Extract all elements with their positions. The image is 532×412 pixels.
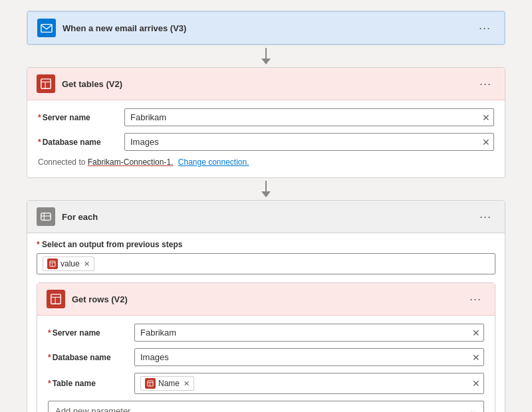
get-tables-server-input[interactable]: [124, 108, 494, 126]
for-each-title: For each: [62, 212, 469, 222]
select-output-field[interactable]: value ✕: [37, 253, 495, 274]
name-token-table-icon: [147, 380, 154, 387]
get-rows-icon: [47, 290, 65, 308]
gr-table-star: *: [48, 379, 51, 388]
get-tables-db-label: *Database name: [38, 138, 118, 147]
get-tables-server-row: *Server name ✕: [38, 108, 494, 126]
table-icon: [40, 78, 52, 90]
get-rows-db-clear[interactable]: ✕: [472, 352, 480, 363]
get-rows-card: Get rows (V2) ··· *Server name ✕: [37, 282, 495, 412]
get-rows-table-clear[interactable]: ✕: [472, 378, 480, 389]
get-rows-server-input[interactable]: [134, 324, 484, 342]
loop-icon: [40, 211, 52, 223]
arrow-2: [261, 178, 271, 200]
for-each-header: For each ···: [27, 201, 505, 233]
gr-server-star: *: [48, 328, 51, 338]
gr-db-star: *: [48, 353, 51, 362]
trigger-header: When a new email arrives (V3) ···: [27, 11, 505, 45]
arrow-line-1: [265, 48, 267, 58]
svg-rect-13: [148, 381, 153, 386]
arrow-1: [261, 45, 271, 67]
svg-rect-4: [41, 213, 51, 221]
get-tables-db-input[interactable]: [124, 133, 494, 151]
arrow-line-2: [265, 181, 267, 191]
get-rows-server-input-wrap: ✕: [134, 324, 484, 342]
select-output-label: * Select an output from previous steps: [37, 240, 495, 249]
get-rows-server-label: *Server name: [48, 328, 128, 338]
get-tables-icon: [37, 74, 55, 93]
get-tables-server-input-wrap: ✕: [124, 108, 494, 126]
get-tables-connection-row: Connected to Fabrikam-Connection-1. Chan…: [38, 157, 494, 168]
select-required-star: *: [37, 240, 40, 249]
for-each-card: For each ··· * Select an output from pre…: [27, 200, 505, 412]
svg-rect-10: [51, 294, 61, 304]
trigger-icon: [37, 19, 56, 37]
token-table-icon: [49, 260, 56, 267]
get-tables-card: Get tables (V2) ··· *Server name ✕ *Data…: [27, 67, 505, 178]
trigger-title: When a new email arrives (V3): [63, 23, 468, 33]
svg-rect-7: [50, 261, 55, 266]
get-tables-body: *Server name ✕ *Database name ✕ Con: [27, 100, 505, 177]
email-icon: [41, 22, 53, 34]
get-rows-server-row: *Server name ✕: [48, 324, 484, 342]
chevron-down-icon: ⌄: [469, 405, 477, 412]
add-new-param-label: Add new parameter: [55, 406, 130, 413]
select-output-section: * Select an output from previous steps v…: [37, 240, 495, 274]
svg-rect-0: [41, 25, 52, 33]
name-token: Name ✕: [140, 376, 194, 391]
add-new-param-btn[interactable]: Add new parameter ⌄: [48, 401, 484, 412]
get-tables-connection-link[interactable]: Fabrikam-Connection-1.: [88, 157, 174, 167]
svg-rect-1: [41, 79, 51, 88]
for-each-icon: [37, 207, 55, 226]
get-rows-table-token-field[interactable]: Name ✕: [134, 373, 484, 394]
get-rows-table-label: *Table name: [48, 379, 128, 388]
get-rows-db-row: *Database name ✕: [48, 348, 484, 366]
get-rows-header: Get rows (V2) ···: [37, 283, 495, 316]
get-rows-table-input-wrap: Name ✕ ✕: [134, 373, 484, 394]
value-token-close[interactable]: ✕: [84, 260, 90, 268]
get-rows-db-input[interactable]: [134, 348, 484, 366]
name-token-label: Name: [158, 379, 180, 388]
get-tables-menu[interactable]: ···: [475, 76, 495, 92]
get-tables-db-row: *Database name ✕: [38, 133, 494, 151]
get-tables-header: Get tables (V2) ···: [27, 68, 505, 100]
get-rows-menu[interactable]: ···: [466, 291, 485, 308]
trigger-card: When a new email arrives (V3) ···: [27, 11, 505, 45]
get-rows-table-row: *Table name: [48, 373, 484, 394]
value-token-label: value: [61, 259, 80, 268]
value-token: value ✕: [43, 257, 94, 271]
for-each-menu[interactable]: ···: [475, 209, 495, 225]
db-required-star: *: [38, 138, 41, 147]
get-rows-title: Get rows (V2): [72, 294, 459, 304]
get-tables-db-clear[interactable]: ✕: [482, 137, 490, 148]
arrow-head-2: [261, 191, 271, 197]
trigger-menu[interactable]: ···: [475, 20, 495, 37]
value-token-icon: [47, 258, 58, 269]
name-token-close[interactable]: ✕: [184, 379, 190, 388]
get-rows-body: *Server name ✕ *Database name: [37, 316, 495, 412]
for-each-body: * Select an output from previous steps v…: [27, 233, 505, 412]
server-required-star: *: [38, 113, 41, 122]
get-tables-server-clear[interactable]: ✕: [482, 112, 490, 123]
arrow-head-1: [261, 58, 271, 64]
get-tables-db-input-wrap: ✕: [124, 133, 494, 151]
get-tables-title: Get tables (V2): [62, 79, 469, 89]
get-rows-db-label: *Database name: [48, 353, 128, 362]
flow-container: When a new email arrives (V3) ··· Get ta…: [27, 11, 505, 412]
get-rows-server-clear[interactable]: ✕: [472, 328, 480, 338]
get-rows-table-icon: [50, 293, 62, 305]
name-token-icon: [145, 378, 156, 389]
get-tables-change-connection[interactable]: Change connection.: [178, 157, 249, 167]
get-rows-db-input-wrap: ✕: [134, 348, 484, 366]
get-tables-server-label: *Server name: [38, 113, 118, 122]
